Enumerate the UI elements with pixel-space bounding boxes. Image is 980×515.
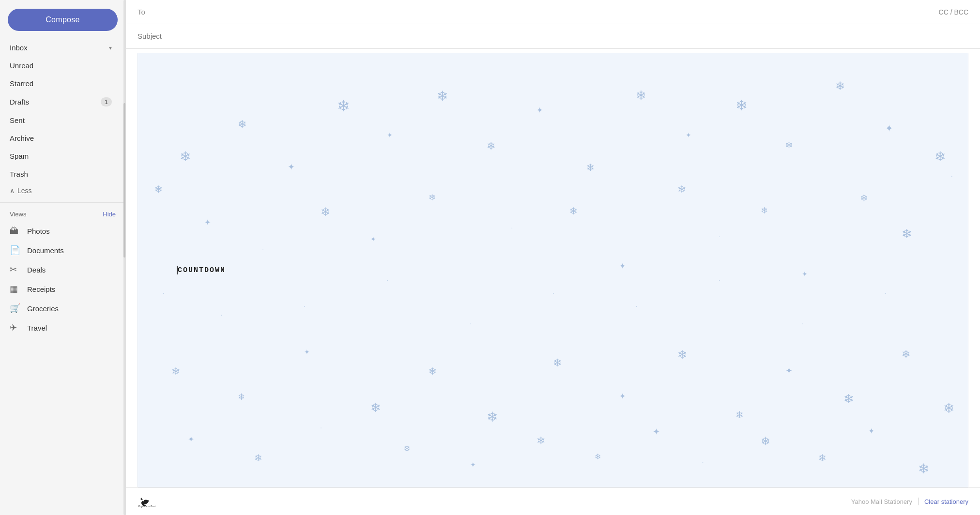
badge-drafts: 1 xyxy=(101,97,112,106)
views-item-label: Documents xyxy=(27,246,64,255)
snowflake: ❄ xyxy=(677,183,686,196)
subject-row xyxy=(126,24,980,48)
views-item-receipts[interactable]: ▦ Receipts xyxy=(0,279,125,299)
chevron-up-icon: ∧ xyxy=(10,187,15,195)
snowflake: ✦ xyxy=(619,392,626,401)
snowflake: ❄ xyxy=(835,79,845,93)
snowflake: • xyxy=(511,227,512,229)
editor-text: COUNTDOWN xyxy=(178,266,226,274)
snowflake: ❄ xyxy=(536,435,545,447)
snowflake: ❄ xyxy=(843,392,854,407)
snowflake: ✦ xyxy=(785,365,793,376)
views-hide-button[interactable]: Hide xyxy=(103,211,116,218)
snowflake: ❄ xyxy=(735,409,744,421)
sidebar-item-label: Archive xyxy=(10,134,112,142)
email-body-editor[interactable]: COUNTDOWN xyxy=(177,266,226,274)
snowflake: ❄ xyxy=(595,452,601,461)
views-item-documents[interactable]: 📄 Documents xyxy=(0,241,125,260)
sidebar: Compose Inbox▾UnreadStarredDrafts1SentAr… xyxy=(0,0,126,515)
less-toggle[interactable]: ∧ Less xyxy=(0,183,125,198)
snowflake: ❄ xyxy=(254,452,262,464)
sidebar-item-unread[interactable]: Unread xyxy=(0,57,122,75)
views-item-groceries[interactable]: 🛒 Groceries xyxy=(0,299,125,318)
compose-header: To CC / BCC xyxy=(126,0,980,49)
snowflake: ✦ xyxy=(802,270,808,278)
stationery-label: Yahoo Mail Stationery xyxy=(851,498,912,505)
snowflake: • xyxy=(470,322,471,325)
snowflake: ❄ xyxy=(943,400,954,416)
snowflake: ❄ xyxy=(154,183,163,195)
snowflake: ❄ xyxy=(429,365,437,377)
snowflake: ❄ xyxy=(403,443,411,454)
sidebar-item-drafts[interactable]: Drafts1 xyxy=(0,92,122,111)
paperless-post-logo: Paperless Post xyxy=(138,493,167,510)
snowflake: ❄ xyxy=(818,452,827,464)
sidebar-item-archive[interactable]: Archive xyxy=(0,129,122,147)
snowflake: • xyxy=(321,426,322,429)
to-row: To CC / BCC xyxy=(126,0,980,24)
sidebar-item-sent[interactable]: Sent xyxy=(0,111,122,129)
snowflake: ✦ xyxy=(188,435,194,444)
svg-text:Paperless Post: Paperless Post xyxy=(138,505,156,508)
divider xyxy=(0,202,125,203)
nav-list: Inbox▾UnreadStarredDrafts1SentArchiveSpa… xyxy=(0,39,125,183)
snowflake: • xyxy=(703,461,704,464)
snowflake: ✦ xyxy=(868,426,874,436)
sidebar-item-label: Starred xyxy=(10,79,112,88)
svg-point-1 xyxy=(143,500,144,501)
snowflake: ✦ xyxy=(619,261,626,271)
snowflake: • xyxy=(262,248,263,251)
views-item-label: Groceries xyxy=(27,304,59,313)
sidebar-item-inbox[interactable]: Inbox▾ xyxy=(0,39,122,57)
views-list: 🏔 Photos📄 Documents✂ Deals▦ Receipts🛒 Gr… xyxy=(0,222,125,337)
snowflake: • xyxy=(951,175,952,178)
snowflake: ✦ xyxy=(885,122,893,134)
views-item-label: Photos xyxy=(27,227,50,235)
snowflake: ❄ xyxy=(437,88,448,104)
snowflake: ❄ xyxy=(934,149,946,165)
sidebar-item-trash[interactable]: Trash xyxy=(0,165,122,183)
clear-stationery-button[interactable]: Clear stationery xyxy=(924,498,968,505)
views-item-deals[interactable]: ✂ Deals xyxy=(0,260,125,279)
stationery-container: COUNTDOWN ❄❄✦❄✦❄❄✦❄❄✦❄❄❄✦❄❄✦•❄✦❄•❄✦❄•❄✦❄… xyxy=(138,53,968,487)
snowflake: ❄ xyxy=(553,357,562,369)
snowflake: ❄ xyxy=(761,205,768,216)
snowflake: • xyxy=(221,314,222,317)
views-item-photos[interactable]: 🏔 Photos xyxy=(0,222,125,241)
sidebar-item-spam[interactable]: Spam xyxy=(0,147,122,165)
photos-icon: 🏔 xyxy=(10,226,21,236)
subject-input[interactable] xyxy=(138,32,968,40)
compose-panel: To CC / BCC COUNTDOWN ❄❄✦❄✦❄❄✦❄❄✦❄❄❄✦❄❄✦… xyxy=(126,0,980,515)
to-input[interactable] xyxy=(157,8,939,16)
snowflake: ❄ xyxy=(569,205,578,217)
sidebar-item-label: Sent xyxy=(10,116,112,124)
sidebar-item-label: Unread xyxy=(10,61,112,70)
stationery-footer: Paperless Post Yahoo Mail Stationery Cle… xyxy=(126,487,980,515)
scrollbar-track[interactable] xyxy=(123,0,125,515)
views-item-label: Receipts xyxy=(27,285,55,293)
stationery-background: COUNTDOWN ❄❄✦❄✦❄❄✦❄❄✦❄❄❄✦❄❄✦•❄✦❄•❄✦❄•❄✦❄… xyxy=(138,53,968,487)
snowflake: • xyxy=(553,292,554,295)
snowflake: ✦ xyxy=(686,131,691,139)
cc-bcc-button[interactable]: CC / BCC xyxy=(939,8,968,16)
snowflake: ❄ xyxy=(785,140,793,151)
snowflake: ❄ xyxy=(370,400,381,415)
snowflake: ❄ xyxy=(238,392,245,402)
scrollbar-thumb[interactable] xyxy=(123,103,125,258)
snowflake: ✦ xyxy=(204,218,211,227)
travel-icon: ✈ xyxy=(10,322,21,333)
snowflake: ✦ xyxy=(387,131,393,139)
snowflake: ❄ xyxy=(429,192,436,203)
snowflake: ✦ xyxy=(304,348,310,356)
documents-icon: 📄 xyxy=(10,245,21,256)
snowflake: ❄ xyxy=(902,227,912,242)
snowflake: ✦ xyxy=(370,235,376,243)
snowflake: ✦ xyxy=(653,426,660,437)
views-item-travel[interactable]: ✈ Travel xyxy=(0,318,125,337)
sidebar-item-starred[interactable]: Starred xyxy=(0,75,122,92)
compose-button[interactable]: Compose xyxy=(8,9,118,31)
sidebar-item-label: Inbox xyxy=(10,44,107,52)
paperless-logo-svg: Paperless Post xyxy=(138,493,167,510)
snowflake: • xyxy=(636,305,637,308)
snowflake: • xyxy=(802,322,803,325)
